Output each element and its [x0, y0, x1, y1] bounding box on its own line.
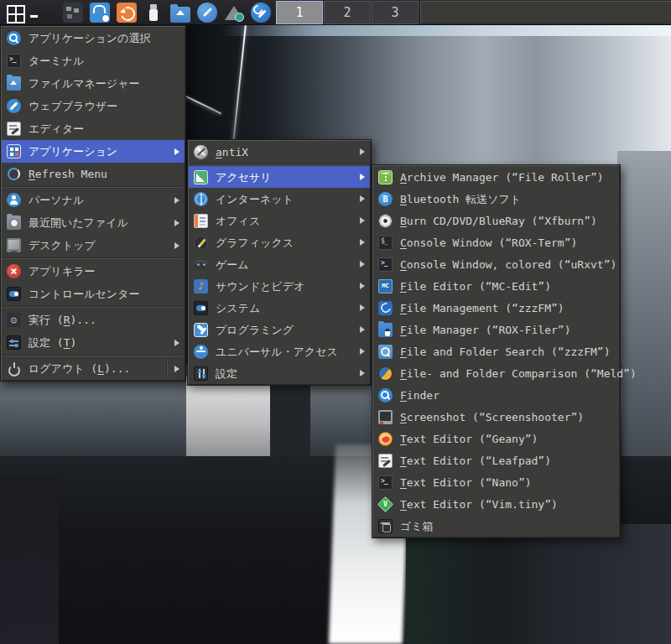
- recent-files-icon: [7, 216, 21, 230]
- menu-item-geany[interactable]: Text Editor (“Geany”): [373, 428, 619, 449]
- package-bag-icon[interactable]: [90, 3, 110, 23]
- menu-item-label: Finder: [400, 390, 440, 401]
- menu-item-app-killer[interactable]: アプリキラー: [2, 260, 185, 283]
- menu-separator: [190, 164, 369, 165]
- menu-separator: [3, 355, 184, 356]
- file-manager-icon: [7, 76, 21, 91]
- submenu-arrow-icon: [360, 348, 365, 355]
- file-roller-icon: [378, 170, 393, 184]
- compass-browser-icon[interactable]: [197, 3, 217, 23]
- wrench-tools-icon[interactable]: [251, 3, 271, 23]
- usb-drive-icon[interactable]: [143, 3, 164, 23]
- submenu-arrow-icon: [174, 366, 179, 372]
- menu-item-label: Text Editor (“Nano”): [400, 477, 532, 488]
- menu-item-rox-term[interactable]: Console Window (“ROX-Term”): [373, 231, 619, 253]
- bluetooth-icon: [378, 192, 393, 206]
- menu-item-file-manager[interactable]: ファイルマネージャー: [2, 72, 185, 95]
- workspace-button-2[interactable]: 2: [324, 1, 371, 24]
- menu-item-label: File- and Folder Comparison (“Meld”): [400, 368, 637, 379]
- sync-icon[interactable]: [117, 3, 137, 23]
- zzzfm-icon: [378, 301, 393, 315]
- accessories-submenu: Archive Manager (“File Roller”)Bluetooth…: [372, 164, 621, 538]
- menu-item-trash[interactable]: ゴミ箱: [373, 515, 619, 537]
- menu-item-editor[interactable]: エディター: [2, 117, 185, 140]
- menu-item-label: グラフィックス: [216, 237, 294, 248]
- submenu-arrow-icon: [360, 174, 365, 180]
- rox-term-icon: [378, 236, 393, 250]
- submenu-arrow-icon: [360, 195, 365, 202]
- menu-item-universal-access[interactable]: ユニバーサル・アクセス: [189, 340, 370, 362]
- system-icon: [194, 301, 208, 315]
- menu-item-label: アプリキラー: [29, 266, 96, 277]
- root-menu: アプリケーションの選択ターミナルファイルマネージャーウェブブラウザーエディターア…: [0, 25, 186, 382]
- menu-item-file-search[interactable]: File and Folder Search (“zzzFM”): [373, 340, 619, 362]
- menu-item-logout[interactable]: ログアウト (L)...: [2, 357, 185, 380]
- menu-item-internet[interactable]: インターネット: [189, 188, 370, 210]
- menu-item-sound-video[interactable]: サウンドとビデオ: [189, 275, 370, 297]
- games-icon: [194, 257, 208, 272]
- menu-item-run[interactable]: 実行 (R)...: [2, 309, 185, 331]
- menu-item-personal[interactable]: パーソナル: [2, 189, 185, 211]
- leafpad-icon: [378, 454, 393, 468]
- menu-item-applications[interactable]: アプリケーション: [2, 140, 185, 163]
- menu-item-rox-filer[interactable]: File Manager (“ROX-Filer”): [373, 319, 619, 340]
- menu-item-file-roller[interactable]: Archive Manager (“File Roller”): [373, 166, 619, 188]
- menu-item-bluetooth[interactable]: Bluetooth 転送ソフト: [373, 188, 619, 210]
- menu-item-recent-files[interactable]: 最近開いたファイル: [2, 211, 185, 234]
- workspace-button-1[interactable]: 1: [276, 1, 323, 24]
- menu-item-desktop[interactable]: デスクトップ: [2, 234, 185, 257]
- menu-item-meld[interactable]: File- and Folder Comparison (“Meld”): [373, 362, 619, 384]
- file-search-icon: [378, 345, 393, 359]
- universal-access-icon: [194, 345, 208, 359]
- menu-item-accessories[interactable]: アクセサリ: [189, 166, 370, 188]
- menu-item-programming[interactable]: プログラミング: [189, 319, 370, 340]
- submenu-arrow-icon: [360, 283, 365, 289]
- menu-item-label: File Management (“zzzFM”): [400, 303, 564, 314]
- menu-grid-icon[interactable]: [4, 3, 26, 23]
- menu-item-terminal[interactable]: ターミナル: [2, 49, 185, 72]
- submenu-arrow-icon: [360, 370, 365, 377]
- menu-item-antix[interactable]: antiX: [189, 141, 370, 163]
- workspace-button-3[interactable]: 3: [372, 1, 419, 24]
- menu-item-control-center[interactable]: コントロールセンター: [2, 283, 185, 305]
- submenu-arrow-icon: [174, 148, 179, 155]
- menu-item-label: Console Window, colored (“uRxvt”): [400, 259, 616, 270]
- settings-icon: [7, 335, 21, 350]
- sound-video-icon: [194, 279, 208, 293]
- menu-item-search[interactable]: アプリケーションの選択: [2, 27, 185, 49]
- menu-item-zzzfm[interactable]: File Management (“zzzFM”): [373, 297, 619, 319]
- menu-item-label: デスクトップ: [29, 240, 96, 251]
- menu-item-mc-edit[interactable]: File Editor (“MC-Edit”): [373, 275, 619, 297]
- tiles-icon[interactable]: [63, 3, 83, 23]
- menu-item-label: アプリケーションの選択: [29, 33, 150, 44]
- menu-item-system[interactable]: システム: [189, 297, 370, 319]
- menu-item-urxvt[interactable]: Console Window, colored (“uRxvt”): [373, 253, 619, 275]
- menu-item-nano[interactable]: Text Editor (“Nano”): [373, 471, 619, 493]
- search-icon: [7, 31, 21, 45]
- menu-item-leafpad[interactable]: Text Editor (“Leafpad”): [373, 449, 619, 471]
- menu-item-web-browser[interactable]: ウェブブラウザー: [2, 95, 185, 117]
- xfburn-icon: [378, 214, 393, 228]
- show-desktop-icon[interactable]: [29, 3, 41, 23]
- desktop-icon: [7, 238, 21, 252]
- menu-item-xfburn[interactable]: Burn CD/DVD/BlueRay (“Xfburn”): [373, 210, 619, 231]
- editor-icon: [7, 122, 21, 136]
- menu-item-finder[interactable]: Finder: [373, 384, 619, 406]
- home-folder-icon[interactable]: [170, 7, 190, 23]
- terminal-icon: [7, 54, 21, 68]
- control-center-icon: [7, 287, 21, 301]
- menu-item-settings[interactable]: 設定 (T): [2, 331, 185, 354]
- menu-item-label: インターネット: [216, 194, 294, 205]
- menu-item-settings-sub[interactable]: 設定: [189, 362, 370, 384]
- workspace-switcher: 123: [276, 0, 419, 25]
- menu-item-games[interactable]: ゲーム: [189, 253, 370, 275]
- menu-item-screenshooter[interactable]: Screenshot (“Screenshooter”): [373, 406, 619, 428]
- mountain-gear-icon[interactable]: [224, 3, 244, 23]
- submenu-arrow-icon: [360, 239, 365, 246]
- menu-item-graphics[interactable]: グラフィックス: [189, 231, 370, 253]
- menu-item-refresh[interactable]: Refresh Menu: [2, 163, 185, 185]
- menu-item-label: 設定 (T): [29, 337, 76, 348]
- menu-item-office[interactable]: オフィス: [189, 210, 370, 231]
- office-icon: [194, 214, 208, 228]
- menu-item-vim[interactable]: Text Editor (“Vim.tiny”): [373, 493, 619, 515]
